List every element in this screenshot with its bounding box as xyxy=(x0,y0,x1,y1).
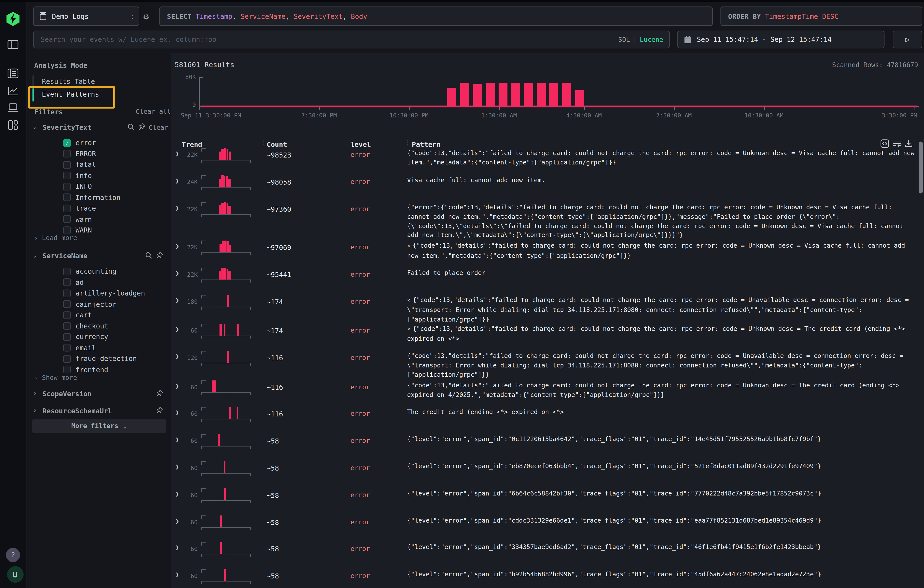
pattern-row[interactable]: ❯60~116errorThe credit card (ending <*> … xyxy=(171,405,924,432)
filter-option-frontend[interactable]: frontend xyxy=(60,364,184,375)
filter-option-currency[interactable]: currency xyxy=(60,331,184,342)
filter-option-trace[interactable]: trace xyxy=(60,203,184,214)
checkbox-unchecked[interactable] xyxy=(63,300,71,308)
expand-row-chevron-icon[interactable]: ❯ xyxy=(175,463,179,471)
histogram-bar[interactable] xyxy=(460,83,469,106)
expand-row-chevron-icon[interactable]: ❯ xyxy=(175,177,179,184)
expand-row-chevron-icon[interactable]: ❯ xyxy=(175,353,179,360)
expand-row-chevron-icon[interactable]: ❯ xyxy=(175,544,179,552)
pattern-row[interactable]: ❯60~116error{"code":13,"details":"failed… xyxy=(171,378,924,405)
checkbox-unchecked[interactable] xyxy=(63,150,71,158)
service-show-more[interactable]: ›Show more xyxy=(34,374,77,382)
pattern-row[interactable]: ❯22K~97360error{"error":{"code":13,"deta… xyxy=(171,200,924,238)
pattern-row[interactable]: ❯24K~98058errorVisa cache full: cannot a… xyxy=(171,173,924,200)
pattern-text[interactable]: {"code":13,"details":"failed to charge c… xyxy=(407,381,916,400)
select-clause-input[interactable]: SELECT Timestamp, ServiceName, SeverityT… xyxy=(159,7,713,26)
severity-search-icon[interactable] xyxy=(127,123,135,130)
pattern-text[interactable]: {"error":{"code":13,"details":"failed to… xyxy=(407,203,916,240)
checkbox-unchecked[interactable] xyxy=(63,355,71,362)
scopeversion-expand-icon[interactable]: › xyxy=(33,390,36,396)
expand-row-chevron-icon[interactable]: ❯ xyxy=(175,270,179,277)
clear-all-button[interactable]: Clear all xyxy=(136,108,171,115)
histogram-bar[interactable] xyxy=(473,84,482,106)
expand-row-chevron-icon[interactable]: ❯ xyxy=(175,382,179,390)
source-select[interactable]: Demo Logs ▴▾ xyxy=(33,7,139,26)
pattern-text[interactable]: {"level":"error","span_id":"cddc331329e6… xyxy=(407,516,916,525)
pattern-text[interactable]: Visa cache full: cannot add new item. xyxy=(407,176,916,185)
analysis-mode-option-results-table[interactable]: Results Table xyxy=(42,77,95,86)
pattern-exclude-icon[interactable]: × xyxy=(407,326,411,332)
scopeversion-pin-icon[interactable] xyxy=(156,389,163,397)
histogram-bar[interactable] xyxy=(549,83,558,106)
pattern-text[interactable]: Failed to place order xyxy=(407,268,916,278)
run-query-button[interactable]: ▷ xyxy=(893,31,922,49)
checkbox-unchecked[interactable] xyxy=(63,215,71,223)
expand-row-chevron-icon[interactable]: ❯ xyxy=(175,204,179,212)
pattern-exclude-icon[interactable]: × xyxy=(407,297,411,303)
filter-option-cart[interactable]: cart xyxy=(60,310,184,320)
filter-option-info[interactable]: INFO xyxy=(60,181,184,192)
checkbox-unchecked[interactable] xyxy=(63,278,71,286)
pattern-text[interactable]: ×{"code":13,"details":"failed to charge … xyxy=(407,241,916,260)
scopeversion-group-title[interactable]: ScopeVersion xyxy=(43,390,91,398)
checkbox-unchecked[interactable] xyxy=(63,290,71,297)
severity-load-more[interactable]: ›Load more xyxy=(34,234,77,242)
resourceschemaurl-pin-icon[interactable] xyxy=(156,407,163,414)
pattern-row[interactable]: ❯22K~97069error×{"code":13,"details":"fa… xyxy=(171,238,924,265)
histogram-bar[interactable] xyxy=(537,83,546,106)
expand-row-chevron-icon[interactable]: ❯ xyxy=(175,150,179,157)
column-resize-handle[interactable]: ⋮ xyxy=(260,139,266,146)
checkbox-unchecked[interactable] xyxy=(63,172,71,180)
checkbox-unchecked[interactable] xyxy=(63,226,71,234)
resourceschemaurl-group-title[interactable]: ResourceSchemaUrl xyxy=(43,407,112,415)
pattern-row[interactable]: ❯60~58error{"level":"error","span_id":"6… xyxy=(171,486,924,513)
checkbox-unchecked[interactable] xyxy=(63,311,71,319)
expand-row-chevron-icon[interactable]: ❯ xyxy=(175,517,179,525)
service-collapse-icon[interactable]: ⌄ xyxy=(33,252,36,258)
histogram-bar[interactable] xyxy=(511,83,520,106)
checkbox-unchecked[interactable] xyxy=(63,322,71,330)
histogram-bar[interactable] xyxy=(562,83,571,106)
filter-option-information[interactable]: Information xyxy=(60,192,184,203)
filter-option-ad[interactable]: ad xyxy=(60,277,184,288)
pattern-text[interactable]: {"level":"error","span_id":"b92b54b6882b… xyxy=(407,570,916,579)
help-button[interactable]: ? xyxy=(6,548,20,562)
expand-row-chevron-icon[interactable]: ❯ xyxy=(175,436,179,443)
filter-option-artillery-loadgen[interactable]: artillery-loadgen xyxy=(60,288,184,298)
user-avatar[interactable]: U xyxy=(7,566,23,583)
severity-clear-button[interactable]: Clear xyxy=(148,124,168,132)
pattern-exclude-icon[interactable]: × xyxy=(407,243,411,249)
search-logs-icon[interactable] xyxy=(7,68,19,78)
sessions-icon[interactable] xyxy=(7,103,19,112)
chart-explorer-icon[interactable] xyxy=(7,86,19,96)
search-input[interactable] xyxy=(40,35,618,44)
pattern-row[interactable]: ❯60~58error{"level":"error","span_id":"e… xyxy=(171,459,924,486)
pattern-row[interactable]: ❯60~174error×{"code":13,"details":"faile… xyxy=(171,321,924,349)
filter-option-email[interactable]: email xyxy=(60,342,184,353)
filter-option-checkout[interactable]: checkout xyxy=(60,321,184,331)
expand-row-chevron-icon[interactable]: ❯ xyxy=(175,326,179,333)
column-resize-handle[interactable]: ⋮ xyxy=(344,139,350,146)
histogram-bar[interactable] xyxy=(524,83,533,106)
histogram-bar[interactable] xyxy=(447,88,456,106)
filter-option-fraud-detection[interactable]: fraud-detection xyxy=(60,353,184,364)
checkbox-unchecked[interactable] xyxy=(63,204,71,212)
pattern-text[interactable]: ×{"code":13,"details":"failed to charge … xyxy=(407,295,916,324)
checkbox-unchecked[interactable] xyxy=(63,333,71,341)
severity-collapse-icon[interactable]: ⌄ xyxy=(33,123,36,130)
pattern-row[interactable]: ❯180~174error×{"code":13,"details":"fail… xyxy=(171,293,924,321)
checkbox-unchecked[interactable] xyxy=(63,161,71,168)
date-range-picker[interactable]: Sep 11 15:47:14 - Sep 12 15:47:14 xyxy=(677,31,884,49)
checkbox-unchecked[interactable] xyxy=(63,344,71,352)
checkbox-unchecked[interactable] xyxy=(63,268,71,275)
pattern-row[interactable]: ❯60~58error{"level":"error","span_id":"c… xyxy=(171,513,924,539)
severity-group-title[interactable]: SeverityText xyxy=(43,123,91,132)
source-settings-gear-icon[interactable]: ⚙ xyxy=(144,11,149,22)
pattern-row[interactable]: ❯60~58error{"level":"error","span_id":"b… xyxy=(171,567,924,588)
expand-row-chevron-icon[interactable]: ❯ xyxy=(175,571,179,578)
app-logo-icon[interactable] xyxy=(5,11,21,26)
dashboards-icon[interactable] xyxy=(8,120,18,130)
filter-option-fatal[interactable]: fatal xyxy=(60,159,184,170)
histogram-bar[interactable] xyxy=(486,83,495,106)
filter-option-accounting[interactable]: accounting xyxy=(60,266,184,277)
